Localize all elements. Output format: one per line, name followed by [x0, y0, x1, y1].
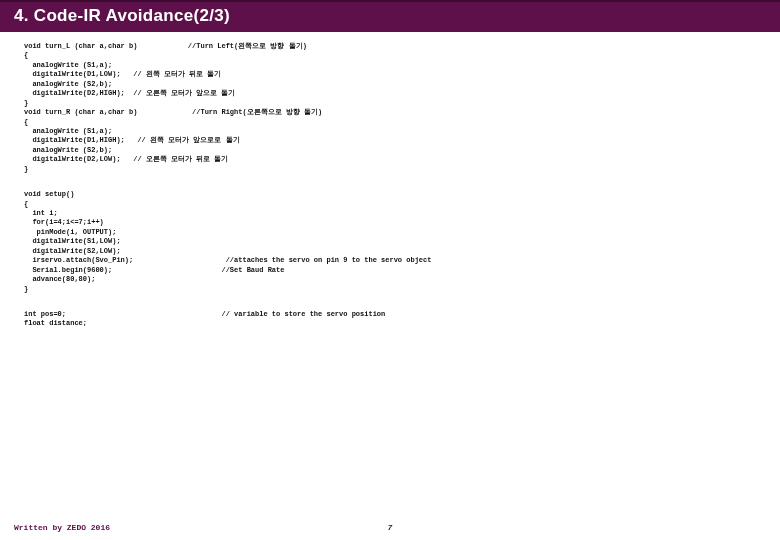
- code-block-3: int pos=0; // variable to store the serv…: [0, 294, 780, 329]
- slide-header: 4. Code-IR Avoidance(2/3): [0, 0, 780, 32]
- footer-page-number: 7: [388, 523, 393, 532]
- footer-credit: Written by ZEDO 2016: [14, 523, 110, 532]
- code-block-2: void setup() { int i; for(i=4;i<=7;i++) …: [0, 174, 780, 294]
- slide-title: 4. Code-IR Avoidance(2/3): [14, 6, 766, 26]
- code-block-1: void turn_L (char a,char b) //Turn Left(…: [0, 32, 780, 174]
